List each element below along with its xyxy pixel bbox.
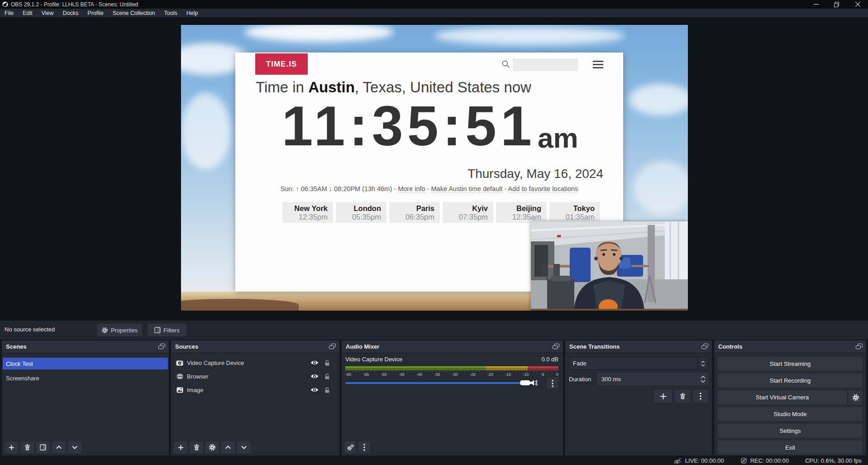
advanced-audio-button[interactable] xyxy=(344,441,356,453)
city-paris[interactable]: Paris06:35pm xyxy=(389,202,440,223)
sources-title: Sources xyxy=(175,343,198,350)
filters-button[interactable]: Filters xyxy=(148,324,186,336)
popout-icon[interactable] xyxy=(158,344,165,350)
menu-scene-collection[interactable]: Scene Collection xyxy=(108,9,160,17)
menu-view[interactable]: View xyxy=(37,9,58,17)
duration-spinbox[interactable]: 300 ms xyxy=(597,373,708,385)
transitions-header[interactable]: Scene Transitions xyxy=(565,340,712,353)
volume-slider[interactable] xyxy=(345,382,530,384)
menu-help[interactable]: Help xyxy=(182,9,203,17)
mixer-channel-level: 0.0 dB xyxy=(541,356,558,363)
audio-mixer-header[interactable]: Audio Mixer xyxy=(342,340,563,353)
controls-header[interactable]: Controls xyxy=(714,340,866,353)
virtual-camera-settings-button[interactable] xyxy=(849,390,863,404)
mixer-channel-name: Video Capture Device xyxy=(345,356,402,363)
remove-scene-button[interactable] xyxy=(20,441,34,453)
no-source-selected-label: No source selected xyxy=(5,326,55,333)
move-scene-up-button[interactable] xyxy=(52,441,66,453)
popout-icon[interactable] xyxy=(856,344,863,350)
city-london[interactable]: London05:35pm xyxy=(336,202,386,223)
start-virtual-camera-button[interactable]: Start Virtual Camera xyxy=(718,390,847,404)
duration-label: Duration xyxy=(569,376,591,383)
duration-value: 300 ms xyxy=(601,376,621,383)
make-default-link[interactable]: Make Austin time default xyxy=(431,185,503,193)
studio-mode-button[interactable]: Studio Mode xyxy=(718,407,863,421)
source-item-image[interactable]: Image xyxy=(172,384,339,396)
scene-filters-button[interactable] xyxy=(36,441,50,453)
city-newyork[interactable]: New York12:35pm xyxy=(282,202,333,223)
lock-icon[interactable] xyxy=(324,387,330,393)
title-bar: OBS 29.1.2 - Profile: LLHLS BETA - Scene… xyxy=(0,0,868,9)
source-properties-button[interactable] xyxy=(205,441,219,453)
volume-meter-scale: -60-55-50-45-40-35-30-25-20-15-10-50 xyxy=(345,371,558,379)
scene-item-clock-test[interactable]: Clock Test xyxy=(3,358,168,369)
properties-button[interactable]: Properties xyxy=(97,324,142,336)
popout-icon[interactable] xyxy=(553,344,559,350)
menu-edit[interactable]: Edit xyxy=(18,9,37,17)
add-transition-button[interactable] xyxy=(654,390,672,403)
image-icon xyxy=(176,387,184,393)
visibility-eye-icon[interactable] xyxy=(310,360,319,365)
mixer-channel-menu-button[interactable] xyxy=(547,378,558,389)
city-tokyo[interactable]: Tokyo01:35am xyxy=(549,202,600,223)
add-scene-button[interactable] xyxy=(5,441,18,453)
current-date: Thursday, May 16, 2024 xyxy=(467,167,603,181)
exit-button[interactable]: Exit xyxy=(718,441,863,455)
menu-file[interactable]: File xyxy=(0,9,18,17)
scene-transitions-panel: Scene Transitions Fade Duration 300 ms xyxy=(565,340,712,455)
sources-header[interactable]: Sources xyxy=(171,340,339,353)
transition-properties-button[interactable] xyxy=(693,390,708,403)
search-input[interactable] xyxy=(513,58,578,71)
scene-item-screenshare[interactable]: Screenshare xyxy=(3,372,168,384)
sun-info: Sun: ↑ 06:35AM ↓ 08:20PM (13h 46m) - Mor… xyxy=(235,185,623,192)
live-status: LIVE: 00:00:00 xyxy=(673,457,724,464)
add-favorite-link[interactable]: Add to favorite locations xyxy=(508,185,578,193)
city-kyiv[interactable]: Kyiv07:35pm xyxy=(443,202,493,223)
mixer-menu-button[interactable] xyxy=(358,441,370,453)
more-info-link[interactable]: More info xyxy=(398,185,425,193)
close-button[interactable] xyxy=(847,0,868,9)
visibility-eye-icon[interactable] xyxy=(310,387,319,393)
rec-status: REC: 00:00:00 xyxy=(740,457,789,464)
lock-icon[interactable] xyxy=(324,360,330,366)
add-source-button[interactable] xyxy=(174,441,187,453)
cloud xyxy=(629,84,688,115)
program-canvas[interactable]: TIME.IS Time in Austin, Texas, United St… xyxy=(181,25,688,311)
move-source-up-button[interactable] xyxy=(221,441,235,453)
current-time: 11:35:51 am xyxy=(262,98,597,154)
transition-select[interactable]: Fade xyxy=(569,357,708,370)
settings-button[interactable]: Settings xyxy=(718,424,863,438)
menu-profile[interactable]: Profile xyxy=(83,9,108,17)
popout-icon[interactable] xyxy=(701,344,708,350)
mixer-channel-header: Video Capture Device 0.0 dB xyxy=(345,356,558,363)
start-recording-button[interactable]: Start Recording xyxy=(718,374,863,388)
visibility-eye-icon[interactable] xyxy=(310,374,319,379)
lock-icon[interactable] xyxy=(324,373,330,379)
transitions-title: Scene Transitions xyxy=(569,343,620,350)
remove-source-button[interactable] xyxy=(190,441,203,453)
audio-mixer-title: Audio Mixer xyxy=(346,343,379,350)
obs-logo-icon xyxy=(2,1,8,7)
dock-area: Scenes Clock Test Screenshare Sources xyxy=(0,340,868,456)
source-item-video-capture[interactable]: Video Capture Device xyxy=(172,357,339,369)
speaker-icon[interactable] xyxy=(530,379,538,386)
menu-docks[interactable]: Docks xyxy=(58,9,83,17)
source-item-browser[interactable]: Browser xyxy=(172,370,339,382)
move-source-down-button[interactable] xyxy=(237,441,251,453)
move-scene-down-button[interactable] xyxy=(68,441,81,453)
maximize-button[interactable] xyxy=(826,0,847,9)
city-beijing[interactable]: Beijing12:35am xyxy=(496,202,547,223)
search-icon xyxy=(501,60,510,69)
combo-spinner[interactable] xyxy=(698,357,708,369)
start-streaming-button[interactable]: Start Streaming xyxy=(718,357,863,371)
scenes-header[interactable]: Scenes xyxy=(2,340,169,353)
timeis-logo: TIME.IS xyxy=(255,53,308,75)
sources-panel: Sources Video Capture Device Browser xyxy=(171,340,339,455)
remove-transition-button[interactable] xyxy=(675,390,690,403)
hamburger-menu-icon[interactable] xyxy=(593,61,603,68)
minimize-button[interactable] xyxy=(806,0,826,9)
menu-tools[interactable]: Tools xyxy=(160,9,182,17)
volume-slider-handle[interactable] xyxy=(520,380,530,385)
popout-icon[interactable] xyxy=(329,344,336,350)
duration-spinner[interactable] xyxy=(701,376,706,383)
